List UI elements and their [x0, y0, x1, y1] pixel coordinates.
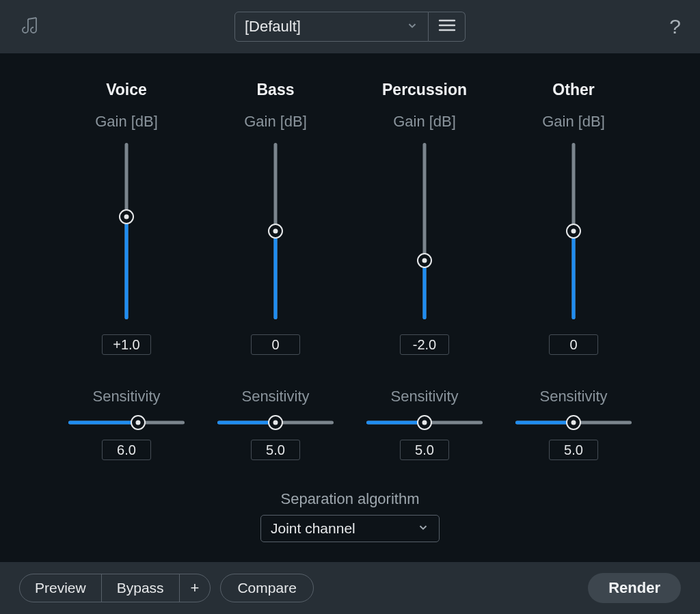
bottom-bar: Preview Bypass + Compare Render — [0, 562, 700, 614]
render-label: Render — [608, 579, 660, 597]
top-bar: [Default] ? — [0, 0, 700, 53]
render-button[interactable]: Render — [588, 573, 681, 603]
gain-slider[interactable] — [566, 143, 581, 319]
sensitivity-value[interactable]: 5.0 — [251, 440, 300, 460]
compare-label: Compare — [237, 580, 296, 596]
slider-fill — [366, 421, 425, 425]
gain-slider[interactable] — [417, 143, 432, 319]
slider-thumb-icon — [566, 415, 581, 430]
gain-label: Gain [dB] — [244, 113, 307, 131]
preset-dropdown[interactable]: [Default] — [234, 12, 429, 42]
slider-fill — [125, 217, 129, 320]
sensitivity-label: Sensitivity — [92, 388, 160, 405]
main-panel: VoiceGain [dB]+1.0Sensitivity6.0BassGain… — [0, 53, 700, 562]
sensitivity-block: Sensitivity5.0 — [358, 388, 491, 460]
sensitivity-slider[interactable] — [366, 415, 483, 430]
gain-value[interactable]: -2.0 — [400, 334, 449, 355]
gain-slider[interactable] — [119, 143, 134, 319]
sensitivity-block: Sensitivity5.0 — [209, 388, 342, 460]
slider-thumb-icon — [268, 415, 283, 430]
preset-controls: [Default] — [234, 12, 466, 42]
gain-label: Gain [dB] — [393, 113, 456, 131]
bypass-button[interactable]: Bypass — [101, 574, 179, 602]
sensitivity-slider[interactable] — [217, 415, 334, 430]
sensitivity-value[interactable]: 5.0 — [400, 440, 449, 460]
preview-button[interactable]: Preview — [20, 574, 101, 602]
algorithm-label: Separation algorithm — [280, 490, 419, 508]
channel-percussion: PercussionGain [dB]-2.0Sensitivity5.0 — [358, 81, 491, 460]
slider-fill — [274, 231, 278, 319]
sensitivity-label: Sensitivity — [241, 388, 309, 405]
preset-menu-button[interactable] — [429, 12, 466, 42]
slider-fill — [515, 421, 574, 425]
hamburger-icon — [438, 18, 456, 35]
compare-button[interactable]: Compare — [220, 574, 313, 602]
channel-title: Voice — [106, 81, 147, 99]
channel-title: Percussion — [382, 81, 467, 99]
help-icon: ? — [669, 15, 681, 38]
slider-thumb-icon — [566, 224, 581, 239]
chevron-down-icon — [417, 520, 429, 537]
sensitivity-block: Sensitivity6.0 — [60, 388, 193, 460]
preview-label: Preview — [35, 580, 86, 596]
plus-icon: + — [191, 579, 200, 597]
algorithm-dropdown[interactable]: Joint channel — [260, 515, 440, 542]
slider-thumb-icon — [417, 253, 432, 268]
gain-label: Gain [dB] — [95, 113, 158, 131]
algorithm-value: Joint channel — [271, 520, 355, 537]
sensitivity-slider[interactable] — [68, 415, 185, 430]
slider-thumb-icon — [268, 224, 283, 239]
channel-title: Bass — [257, 81, 295, 99]
slider-fill — [423, 261, 427, 319]
gain-value[interactable]: 0 — [251, 334, 300, 355]
sensitivity-label: Sensitivity — [539, 388, 607, 405]
gain-value[interactable]: +1.0 — [102, 334, 151, 355]
channel-title: Other — [552, 81, 594, 99]
help-button[interactable]: ? — [669, 15, 681, 38]
app-logo-icon — [19, 14, 45, 40]
slider-thumb-icon — [119, 209, 134, 224]
slider-fill — [217, 421, 275, 425]
channel-other: OtherGain [dB]0Sensitivity5.0 — [507, 81, 640, 460]
chevron-down-icon — [406, 18, 418, 36]
sensitivity-block: Sensitivity5.0 — [507, 388, 640, 460]
gain-label: Gain [dB] — [542, 113, 605, 131]
transport-group: Preview Bypass + — [19, 574, 211, 602]
channel-voice: VoiceGain [dB]+1.0Sensitivity6.0 — [60, 81, 193, 460]
sensitivity-value[interactable]: 5.0 — [549, 440, 598, 460]
algorithm-block: Separation algorithm Joint channel — [60, 490, 640, 542]
bypass-label: Bypass — [117, 580, 164, 596]
slider-thumb-icon — [417, 415, 432, 430]
slider-fill — [68, 421, 138, 425]
gain-value[interactable]: 0 — [549, 334, 598, 355]
preset-dropdown-label: [Default] — [245, 18, 301, 36]
sensitivity-slider[interactable] — [515, 415, 632, 430]
add-button[interactable]: + — [179, 574, 211, 602]
gain-slider[interactable] — [268, 143, 283, 319]
sensitivity-label: Sensitivity — [390, 388, 458, 405]
sensitivity-value[interactable]: 6.0 — [102, 440, 151, 460]
slider-thumb-icon — [131, 415, 146, 430]
channel-bass: BassGain [dB]0Sensitivity5.0 — [209, 81, 342, 460]
slider-fill — [572, 231, 576, 319]
channels-row: VoiceGain [dB]+1.0Sensitivity6.0BassGain… — [60, 81, 640, 460]
